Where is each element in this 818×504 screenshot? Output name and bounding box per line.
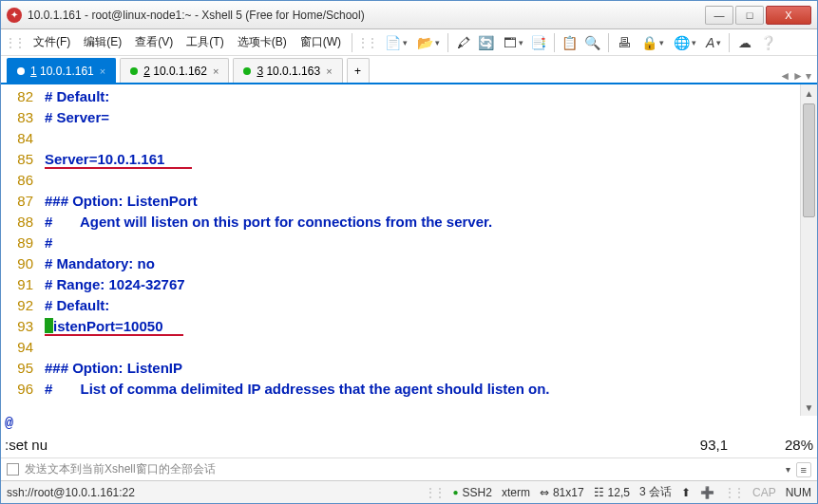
tab-close-icon[interactable]: × — [100, 65, 105, 77]
status-btn-up[interactable]: ⬆ — [681, 486, 691, 499]
status-sessions: 3 会话 — [639, 484, 672, 500]
separator — [447, 33, 448, 52]
code-line: ### Option: ListenPort — [45, 191, 796, 212]
code-area[interactable]: # Default: # Server= Server=10.0.1.161 #… — [41, 84, 800, 416]
scroll-thumb[interactable] — [803, 103, 815, 217]
code-line: ### Option: ListenIP — [45, 358, 796, 379]
view-mode-icon[interactable]: 🗔 — [499, 32, 526, 53]
vim-filler: @ — [1, 416, 817, 437]
line-number-gutter: 828384858687888990919293949596 — [1, 84, 41, 416]
code-line: # — [45, 233, 796, 253]
globe-icon[interactable]: 🌐 — [669, 32, 699, 53]
font-icon[interactable]: A — [701, 32, 724, 53]
vim-position: 93,1 — [700, 437, 728, 457]
status-term: xterm — [502, 486, 530, 499]
app-icon: ✦ — [7, 8, 22, 23]
title-bar: ✦ 10.0.1.161 - root@linux-node1:~ - Xshe… — [1, 1, 817, 29]
window-controls: — □ X — [703, 6, 811, 25]
ssh-icon: ● — [453, 487, 459, 497]
tab-bar: 1 10.0.1.161 × 2 10.0.1.162 × 3 10.0.1.1… — [1, 56, 817, 84]
tab-2[interactable]: 2 10.0.1.162 × — [120, 58, 229, 83]
tab-3[interactable]: 3 10.0.1.163 × — [233, 58, 342, 83]
tab-add-button[interactable]: + — [347, 58, 370, 83]
code-line — [45, 337, 796, 358]
cursor-icon — [45, 318, 53, 333]
code-line: # List of comma delimited IP addresses t… — [45, 379, 796, 400]
code-line: # Server= — [45, 107, 796, 128]
status-num: NUM — [786, 486, 811, 499]
menu-options[interactable]: 选项卡(B) — [232, 31, 293, 53]
code-line — [45, 170, 796, 191]
code-line: # Default: — [45, 86, 796, 107]
tab-nav: ◄ ► ▾ — [779, 69, 811, 83]
scroll-down-icon[interactable]: ▼ — [801, 399, 817, 416]
vim-percent: 28% — [728, 437, 813, 457]
cloud-icon[interactable]: ☁ — [734, 32, 755, 53]
terminal-editor[interactable]: 828384858687888990919293949596 # Default… — [1, 83, 817, 416]
lock-icon[interactable]: 🔒 — [637, 32, 667, 53]
grip-icon: ⋮⋮ — [425, 486, 444, 499]
minimize-button[interactable]: — — [705, 6, 733, 25]
open-button[interactable]: 📂 — [412, 32, 443, 53]
size-icon: ⇔ — [540, 486, 549, 499]
code-line: # Range: 1024-32767 — [45, 274, 796, 295]
vim-command-row: :set nu 93,1 28% — [1, 437, 817, 457]
tab-close-icon[interactable]: × — [326, 65, 332, 77]
separator — [729, 33, 730, 52]
properties-icon[interactable]: 📑 — [528, 32, 549, 53]
status-bar: ssh://root@10.0.1.161:22 ⋮⋮ ●SSH2 xterm … — [1, 480, 817, 503]
menu-view[interactable]: 查看(V) — [129, 31, 179, 53]
highlight-icon[interactable]: 🖍 — [453, 32, 474, 53]
code-line: # Agent will listen on this port for con… — [45, 212, 796, 233]
scroll-up-icon[interactable]: ▲ — [801, 84, 817, 102]
broadcast-label: 发送文本到当前Xshell窗口的全部会话 — [25, 461, 216, 477]
broadcast-menu-icon[interactable]: ≡ — [796, 462, 811, 477]
status-dot-icon — [130, 67, 138, 75]
tab-list-icon[interactable]: ▾ — [806, 69, 811, 83]
code-line: # Default: — [45, 295, 796, 316]
close-button[interactable]: X — [766, 6, 811, 25]
grip-icon: ⋮⋮ — [724, 486, 743, 499]
tab-next-icon[interactable]: ► — [792, 69, 804, 83]
tab-label: 1 10.0.1.161 — [30, 65, 94, 78]
menu-edit[interactable]: 编辑(E) — [78, 31, 127, 53]
menu-window[interactable]: 窗口(W) — [295, 31, 347, 53]
help-icon[interactable]: ❔ — [757, 32, 778, 53]
code-line: Server=10.0.1.161 — [45, 149, 796, 170]
separator — [608, 33, 609, 52]
find-icon[interactable]: 🔍 — [582, 32, 603, 53]
red-underline — [45, 334, 183, 336]
scrollbar[interactable]: ▲ ▼ — [800, 84, 817, 416]
tab-close-icon[interactable]: × — [213, 65, 219, 77]
status-connection: ssh://root@10.0.1.161:22 — [7, 486, 135, 499]
status-caps: CAP — [752, 486, 776, 499]
code-line — [45, 128, 796, 149]
tab-label: 3 10.0.1.163 — [257, 65, 320, 78]
grip-icon: ⋮⋮ — [357, 36, 376, 49]
status-encoding: ☷12,5 — [594, 486, 630, 499]
code-line: istenPort=10050 — [45, 316, 796, 337]
status-proto: ●SSH2 — [453, 486, 492, 499]
status-dot-icon — [243, 67, 251, 75]
status-btn-add[interactable]: ➕ — [700, 486, 714, 499]
copy-icon[interactable]: 📋 — [560, 32, 580, 53]
print-icon[interactable]: 🖶 — [614, 32, 635, 53]
status-size: ⇔81x17 — [540, 486, 584, 499]
tab-label: 2 10.0.1.162 — [143, 65, 207, 78]
separator — [352, 33, 352, 52]
new-session-button[interactable]: 📄 — [380, 32, 410, 53]
menu-file[interactable]: 文件(F) — [28, 31, 76, 53]
tab-1[interactable]: 1 10.0.1.161 × — [7, 58, 116, 83]
red-underline — [45, 167, 192, 169]
menu-bar: ⋮⋮ 文件(F) 编辑(E) 查看(V) 工具(T) 选项卡(B) 窗口(W) … — [1, 29, 817, 56]
broadcast-checkbox[interactable] — [7, 463, 19, 476]
broadcast-dropdown-icon[interactable]: ▾ — [786, 464, 790, 475]
reconnect-icon[interactable]: 🔄 — [476, 32, 497, 53]
code-line: # Mandatory: no — [45, 253, 796, 274]
enc-icon: ☷ — [594, 486, 604, 499]
grip-icon: ⋮⋮ — [5, 36, 24, 49]
window-title: 10.0.1.161 - root@linux-node1:~ - Xshell… — [28, 9, 703, 22]
tab-prev-icon[interactable]: ◄ — [779, 69, 790, 83]
menu-tools[interactable]: 工具(T) — [181, 31, 229, 53]
maximize-button[interactable]: □ — [735, 6, 764, 25]
